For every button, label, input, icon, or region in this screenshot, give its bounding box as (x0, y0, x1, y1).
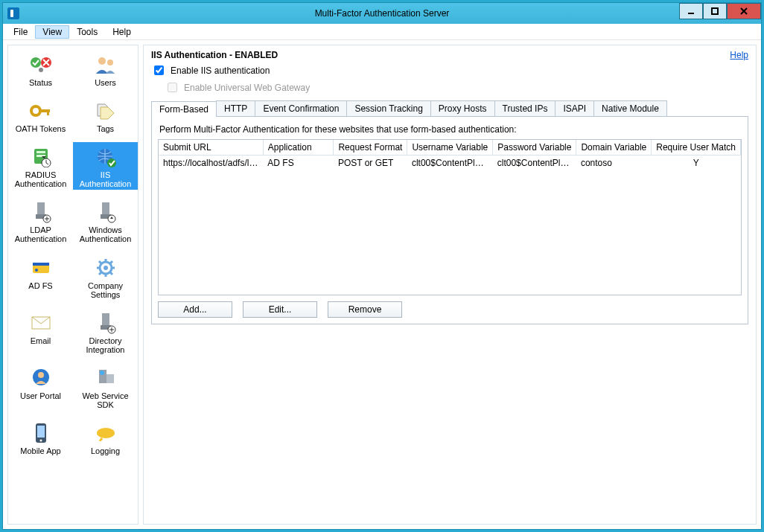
table-row[interactable]: https://localhost/adfs/ls/l... AD FS POS… (159, 156, 741, 171)
svg-point-48 (39, 440, 42, 442)
col-domain-var[interactable]: Domain Variable (576, 140, 652, 156)
col-require-match[interactable]: Require User Match (652, 140, 741, 156)
svg-line-34 (110, 272, 112, 275)
col-application[interactable]: Application (263, 140, 334, 156)
sidebar-item-label: Users (95, 78, 116, 87)
user-portal-icon (29, 366, 53, 390)
svg-rect-18 (37, 202, 45, 214)
sidebar-item-status[interactable]: Status (8, 50, 73, 89)
svg-point-17 (107, 158, 116, 167)
menu-file[interactable]: File (6, 25, 35, 39)
sidebar-item-iis-auth[interactable]: IIS Authentication (73, 142, 138, 190)
minimize-button[interactable] (679, 3, 703, 19)
menu-help[interactable]: Help (105, 25, 139, 39)
tab-proxy-hosts[interactable]: Proxy Hosts (430, 100, 495, 116)
svg-rect-13 (36, 151, 45, 153)
table-header-row: Submit URL Application Request Format Us… (159, 140, 741, 156)
svg-point-4 (31, 57, 41, 68)
maximize-button[interactable] (703, 3, 727, 19)
sidebar-item-label: Web Service SDK (74, 391, 136, 409)
sidebar-item-windows-auth[interactable]: Windows Authentication (73, 197, 138, 245)
adfs-icon (29, 256, 53, 280)
client-area: Status Users OATH Tokens (3, 40, 761, 529)
tab-native-module[interactable]: Native Module (593, 100, 667, 116)
svg-rect-44 (106, 374, 114, 383)
sidebar-item-adfs[interactable]: AD FS (8, 253, 73, 301)
sidebar-item-users[interactable]: Users (73, 50, 138, 89)
cell-require-match: Y (652, 156, 741, 171)
remove-button[interactable]: Remove (328, 301, 402, 318)
sidebar-item-email[interactable]: Email (8, 308, 73, 356)
sidebar-item-label: Email (31, 336, 51, 345)
tab-event-confirmation[interactable]: Event Confirmation (255, 100, 347, 116)
cell-domain-var: contoso (576, 156, 652, 171)
enable-uwg-label: Enable Universal Web Gateway (184, 83, 310, 93)
sidebar-item-logging[interactable]: Logging (73, 418, 138, 457)
close-button[interactable] (727, 3, 761, 19)
svg-rect-38 (102, 313, 109, 325)
svg-line-33 (99, 261, 101, 263)
svg-point-7 (98, 57, 106, 65)
col-request-format[interactable]: Request Format (334, 140, 407, 156)
sidebar-item-web-service-sdk[interactable]: Web Service SDK (73, 363, 138, 411)
sidebar-item-user-portal[interactable]: User Portal (8, 363, 73, 411)
email-icon (29, 311, 53, 335)
svg-rect-25 (33, 263, 49, 266)
websites-table: Submit URL Application Request Format Us… (159, 140, 741, 170)
sidebar-item-label: Windows Authentication (74, 225, 136, 243)
svg-rect-10 (39, 109, 50, 112)
tab-http[interactable]: HTTP (216, 100, 255, 116)
sidebar-item-label: Tags (97, 124, 114, 133)
logging-icon (94, 421, 118, 445)
enable-iis-checkbox[interactable] (154, 65, 164, 75)
sidebar-item-radius-auth[interactable]: RADIUS Authentication (8, 142, 73, 190)
enable-iis-label: Enable IIS authentication (171, 65, 270, 76)
sidebar-item-label: AD FS (28, 281, 52, 290)
sidebar-item-company-settings[interactable]: Company Settings (73, 253, 138, 301)
tab-isapi[interactable]: ISAPI (555, 100, 594, 116)
sdk-icon (94, 366, 118, 390)
col-username-var[interactable]: Username Variable (407, 140, 493, 156)
svg-line-35 (110, 261, 112, 263)
windows-auth-icon (94, 200, 118, 224)
gear-icon (94, 256, 118, 280)
cell-username-var: clt00$ContentPlac... (407, 156, 493, 171)
sidebar-item-directory-integration[interactable]: Directory Integration (73, 308, 138, 356)
menu-view[interactable]: View (35, 25, 69, 39)
enable-uwg-checkbox (168, 83, 177, 92)
app-icon (7, 7, 19, 19)
minimize-icon (687, 7, 695, 15)
window-title: Multi-Factor Authentication Server (3, 8, 761, 19)
tab-trusted-ips[interactable]: Trusted IPs (494, 100, 556, 116)
sidebar-item-label: Directory Integration (74, 336, 136, 354)
svg-point-49 (97, 428, 115, 438)
main-pane: IIS Authentication - ENABLED Help Enable… (143, 45, 757, 525)
tabstrip: Form-Based HTTP Event Confirmation Sessi… (151, 100, 748, 117)
svg-point-42 (38, 372, 44, 378)
menu-tools[interactable]: Tools (69, 25, 105, 39)
enable-iis-row[interactable]: Enable IIS authentication (151, 63, 748, 77)
sidebar-item-label: RADIUS Authentication (10, 170, 71, 188)
menubar: File View Tools Help (3, 24, 761, 40)
svg-point-28 (104, 266, 108, 270)
sidebar-item-ldap-auth[interactable]: LDAP Authentication (8, 197, 73, 245)
websites-table-wrap[interactable]: Submit URL Application Request Format Us… (158, 139, 742, 295)
add-button[interactable]: Add... (158, 301, 232, 318)
tab-session-tracking[interactable]: Session Tracking (346, 100, 430, 116)
help-link[interactable]: Help (730, 50, 748, 60)
svg-rect-21 (102, 202, 109, 214)
svg-point-9 (31, 106, 40, 115)
col-submit-url[interactable]: Submit URL (159, 140, 263, 156)
cell-application: AD FS (263, 156, 334, 171)
edit-button[interactable]: Edit... (243, 301, 317, 318)
app-window: Multi-Factor Authentication Server File … (2, 2, 762, 530)
col-password-var[interactable]: Password Variable (493, 140, 576, 156)
sidebar-item-label: Status (29, 78, 52, 87)
cell-submit-url: https://localhost/adfs/ls/l... (159, 156, 263, 171)
sidebar-item-tags[interactable]: Tags (73, 96, 138, 135)
mobile-icon (29, 421, 53, 445)
sidebar-item-oath-tokens[interactable]: OATH Tokens (8, 96, 73, 135)
svg-point-26 (35, 269, 38, 272)
sidebar-item-mobile-app[interactable]: Mobile App (8, 418, 73, 457)
tab-form-based[interactable]: Form-Based (151, 101, 217, 117)
